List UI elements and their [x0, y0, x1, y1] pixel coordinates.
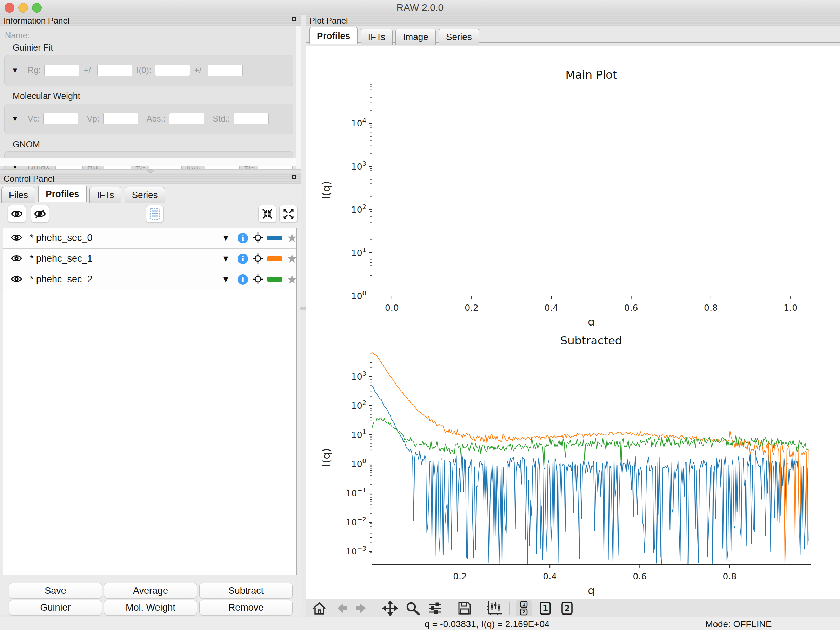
svg-text:2: 2 — [564, 604, 570, 614]
information-panel-header: Information Panel — [0, 15, 301, 26]
mol-weight-button[interactable]: Mol. Weight — [104, 600, 197, 615]
mw-std-input[interactable] — [234, 113, 269, 124]
home-icon — [311, 600, 327, 616]
info-scroll-gap — [0, 158, 296, 166]
subplot-config-button[interactable] — [427, 600, 443, 617]
select-all-button[interactable] — [146, 205, 164, 223]
svg-text:0.6: 0.6 — [633, 571, 647, 581]
information-panel-body: Name: Guinier Fit ▼ Rg: +/- I(0): +/- — [0, 25, 301, 169]
guinier-i0-input[interactable] — [155, 65, 190, 76]
svg-text:0.4: 0.4 — [544, 303, 558, 313]
pin-icon[interactable] — [291, 16, 298, 25]
pin-icon[interactable] — [291, 174, 298, 184]
guinier-i0-err-input[interactable] — [208, 65, 243, 76]
target-icon[interactable] — [252, 274, 264, 286]
errorbar-plot-icon — [486, 600, 502, 616]
chevron-down-icon[interactable]: ▼ — [221, 253, 230, 264]
info-icon[interactable]: i — [238, 253, 248, 264]
mw-vp-input[interactable] — [103, 113, 138, 124]
line-color-swatch[interactable] — [267, 256, 283, 261]
save-button[interactable]: Save — [9, 583, 102, 598]
mw-groupbox: ▼ Vc: Vp: Abs.: Std.: — [4, 104, 293, 135]
collapse-icon — [261, 207, 274, 220]
show-plot2-button[interactable]: 2 — [559, 600, 575, 617]
zoom-rect-button[interactable] — [405, 600, 420, 617]
guinier-pm1-label: +/- — [84, 65, 94, 75]
subtracted-plot-figure[interactable]: 10310210110010−110−210−30.20.40.60.8Subt… — [306, 326, 840, 599]
chevron-down-icon[interactable]: ▼ — [221, 233, 230, 243]
info-icon[interactable]: i — [238, 233, 248, 243]
mw-vc-input[interactable] — [43, 113, 78, 124]
svg-text:0.8: 0.8 — [704, 303, 718, 313]
errorbar-toggle-button[interactable] — [486, 600, 502, 617]
window-title: RAW 2.0.0 — [0, 2, 840, 13]
tab-ifts[interactable]: IFTs — [90, 187, 122, 203]
star-icon[interactable]: ★ — [287, 252, 297, 266]
eye-icon[interactable] — [11, 275, 22, 285]
star-icon[interactable]: ★ — [287, 231, 297, 245]
plot-canvas: 1041031021011000.00.20.40.60.81.0Main Pl… — [306, 46, 840, 599]
list-item[interactable]: * phehc_sec_2 ▼ i ★ — [3, 269, 297, 290]
back-button[interactable] — [333, 600, 349, 617]
remove-button[interactable]: Remove — [199, 600, 293, 615]
svg-text:I(q): I(q) — [320, 181, 332, 199]
expand-all-button[interactable] — [279, 205, 298, 223]
line-color-swatch[interactable] — [267, 277, 283, 282]
profile-list: * phehc_sec_0 ▼ i ★ * phehc_sec_1 ▼ i — [3, 228, 297, 575]
star-icon[interactable]: ★ — [287, 272, 297, 286]
pan-button[interactable] — [382, 600, 398, 617]
control-panel-title: Control Panel — [3, 174, 54, 184]
collapse-all-button[interactable] — [258, 205, 276, 223]
main-plot-figure[interactable]: 1041031021011000.00.20.40.60.81.0Main Pl… — [306, 46, 840, 326]
info-scrollbar[interactable] — [296, 25, 301, 169]
plot-toolbar: 1 2 1 2 — [306, 599, 840, 617]
status-bar: q = -0.03831, I(q) = 2.169E+04 Mode: OFF… — [0, 617, 840, 630]
chevron-down-icon[interactable]: ▼ — [221, 274, 230, 285]
svg-text:q: q — [588, 584, 595, 597]
control-panel: Control Panel Files Profiles IFTs Series — [0, 173, 301, 615]
svg-text:10−2: 10−2 — [346, 516, 366, 527]
save-figure-button[interactable] — [457, 600, 472, 617]
info-icon[interactable]: i — [238, 274, 248, 285]
list-item[interactable]: * phehc_sec_0 ▼ i ★ — [3, 228, 297, 249]
guinier-button[interactable]: Guinier — [9, 600, 102, 615]
tab-profiles[interactable]: Profiles — [38, 185, 86, 201]
guinier-rg-err-input[interactable] — [97, 65, 132, 76]
floppy-icon — [457, 600, 472, 616]
tab-files[interactable]: Files — [2, 187, 35, 203]
svg-text:0.0: 0.0 — [385, 303, 399, 313]
tab-plot-image[interactable]: Image — [395, 29, 436, 44]
mw-section-header: Molecular Weight — [13, 91, 81, 101]
guinier-collapse-arrow-icon[interactable]: ▼ — [11, 66, 19, 74]
svg-text:101: 101 — [351, 428, 366, 440]
name-label: Name: — [5, 30, 30, 40]
line-color-swatch[interactable] — [267, 236, 283, 240]
list-item[interactable]: * phehc_sec_1 ▼ i ★ — [3, 249, 297, 269]
tab-plot-ifts[interactable]: IFTs — [361, 29, 393, 44]
svg-text:Main Plot: Main Plot — [565, 68, 617, 81]
target-icon[interactable] — [252, 232, 264, 245]
subtract-button[interactable]: Subtract — [199, 583, 293, 598]
status-coordinates: q = -0.03831, I(q) = 2.169E+04 — [425, 619, 549, 630]
show-plot1-button[interactable]: 1 — [538, 600, 553, 617]
hide-all-button[interactable] — [31, 205, 49, 223]
mw-abs-label: Abs.: — [147, 114, 166, 123]
target-icon[interactable] — [252, 253, 264, 266]
information-panel-title: Information Panel — [3, 16, 69, 25]
home-button[interactable] — [311, 600, 327, 617]
eye-icon[interactable] — [11, 254, 22, 264]
tab-series[interactable]: Series — [125, 187, 165, 203]
eye-icon[interactable] — [11, 233, 22, 243]
mw-collapse-arrow-icon[interactable]: ▼ — [11, 115, 19, 123]
forward-button[interactable] — [354, 600, 370, 617]
svg-text:103: 103 — [351, 160, 366, 172]
show-all-button[interactable] — [8, 205, 26, 223]
eye-slash-icon — [34, 209, 46, 219]
average-button[interactable]: Average — [104, 583, 197, 598]
svg-text:1: 1 — [522, 602, 525, 607]
tab-plot-profiles[interactable]: Profiles — [309, 27, 358, 44]
guinier-rg-input[interactable] — [44, 65, 79, 76]
mw-abs-input[interactable] — [169, 113, 204, 124]
show-both-plots-button[interactable]: 1 2 — [516, 600, 532, 616]
tab-plot-series[interactable]: Series — [439, 29, 479, 44]
